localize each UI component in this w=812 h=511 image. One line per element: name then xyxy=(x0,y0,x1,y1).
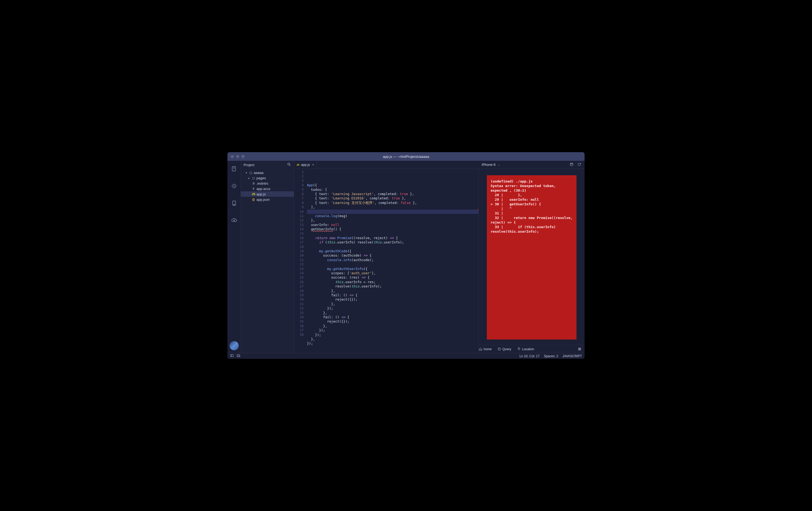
footer-label: home xyxy=(484,347,492,351)
svg-rect-9 xyxy=(580,348,581,349)
svg-rect-8 xyxy=(578,348,579,349)
svg-point-1 xyxy=(233,185,235,187)
tools-icon[interactable] xyxy=(229,198,239,208)
panel-bottom-icon[interactable] xyxy=(237,354,240,358)
file-icon: ≣ xyxy=(252,182,255,185)
svg-point-4 xyxy=(288,163,290,165)
project-explorer: Project ▾ ▢ aaaaa ▸ ▢ pages ≣ xyxy=(241,161,294,353)
tree-file-appacss[interactable]: # app.acss xyxy=(241,186,294,191)
explorer-icon[interactable] xyxy=(229,164,239,174)
tree-label: app.json xyxy=(256,198,269,202)
code-area[interactable]: App({ todos: [ { text: 'Learning Javascr… xyxy=(307,169,478,353)
line-gutter: 1234567891011121314151617181920212223242… xyxy=(294,169,307,353)
svg-rect-13 xyxy=(237,355,240,357)
svg-rect-10 xyxy=(578,349,579,350)
device-label[interactable]: iPhone 6 xyxy=(482,163,495,167)
js-file-icon: JS xyxy=(252,192,255,196)
tree-folder-pages[interactable]: ▸ ▢ pages xyxy=(241,175,294,181)
panel-left-icon[interactable] xyxy=(230,354,234,358)
file-tree: ▾ ▢ aaaaa ▸ ▢ pages ≣ .eslintrc # xyxy=(241,169,294,202)
refresh-icon[interactable] xyxy=(577,162,581,167)
activity-bar xyxy=(227,161,241,353)
svg-rect-11 xyxy=(580,349,581,350)
user-avatar[interactable] xyxy=(230,341,239,350)
error-message: (undefined) ./app.js Syntax error: Unexp… xyxy=(487,175,577,339)
minimap-error-marker xyxy=(477,209,478,212)
svg-point-3 xyxy=(234,204,234,205)
tree-label: .eslintrc xyxy=(256,181,268,185)
footer-query-button[interactable]: Query xyxy=(498,347,511,351)
tab-label: app.js xyxy=(301,163,310,167)
tree-label: app.js xyxy=(256,192,266,196)
title-bar: app.js — ~/AntProjects/aaaaa xyxy=(227,152,585,161)
js-file-icon: JS xyxy=(296,163,299,166)
tree-file-eslintrc[interactable]: ≣ .eslintrc xyxy=(241,181,294,186)
tree-folder-root[interactable]: ▾ ▢ aaaaa xyxy=(241,170,294,175)
folder-icon: ▢ xyxy=(249,171,253,175)
tree-label: app.acss xyxy=(256,187,270,191)
folder-icon: ▢ xyxy=(252,176,255,180)
svg-rect-12 xyxy=(231,355,234,357)
tree-file-appjs[interactable]: JS app.js xyxy=(241,191,294,197)
footer-home-button[interactable]: home xyxy=(479,347,492,351)
debug-icon[interactable] xyxy=(229,181,239,191)
chevron-down-icon[interactable]: ⌄ xyxy=(498,163,500,166)
svg-rect-5 xyxy=(570,163,573,166)
chevron-right-icon: ▸ xyxy=(249,177,251,180)
tree-file-appjson[interactable]: {} app.json xyxy=(241,197,294,202)
editor-body: 1234567891011121314151617181920212223242… xyxy=(294,169,585,353)
tree-label: aaaaa xyxy=(254,171,263,175)
simulator-panel: (undefined) ./app.js Syntax error: Unexp… xyxy=(478,169,585,353)
window-title: app.js — ~/AntProjects/aaaaa xyxy=(227,155,585,159)
editor-column: JS app.js × iPhone 6 ⌄ 12345678910111 xyxy=(294,161,585,353)
search-icon[interactable] xyxy=(287,162,291,167)
json-file-icon: {} xyxy=(252,198,255,201)
calendar-icon[interactable] xyxy=(570,162,574,167)
status-bar: Ln 10, Col: 17 Spaces: 2 JAVASCRIPT xyxy=(227,353,585,359)
explorer-title: Project xyxy=(243,163,254,167)
footer-location-button[interactable]: Location xyxy=(517,347,534,351)
cloud-upload-icon[interactable] xyxy=(229,215,239,225)
simulator-viewport: (undefined) ./app.js Syntax error: Unexp… xyxy=(479,169,585,345)
simulator-footer: home Query Location xyxy=(479,345,585,353)
svg-rect-0 xyxy=(232,167,235,171)
svg-point-7 xyxy=(519,348,519,349)
status-spaces[interactable]: Spaces: 2 xyxy=(544,354,558,358)
footer-label: Query xyxy=(502,347,511,351)
editor-tabs: JS app.js × iPhone 6 ⌄ xyxy=(294,161,585,169)
chevron-down-icon: ▾ xyxy=(246,171,248,174)
simulator-toolbar: iPhone 6 ⌄ xyxy=(478,161,585,169)
status-language[interactable]: JAVASCRIPT xyxy=(562,354,582,358)
explorer-header: Project xyxy=(241,161,294,169)
close-tab-icon[interactable]: × xyxy=(312,163,314,167)
svg-rect-6 xyxy=(498,348,500,350)
tree-label: pages xyxy=(256,176,266,180)
footer-grid-icon[interactable] xyxy=(578,347,581,351)
main-area: Project ▾ ▢ aaaaa ▸ ▢ pages ≣ xyxy=(227,161,585,353)
app-window: app.js — ~/AntProjects/aaaaa Project xyxy=(227,152,585,359)
status-cursor[interactable]: Ln 10, Col: 17 xyxy=(520,354,540,358)
footer-label: Location xyxy=(522,347,534,351)
tab-appjs[interactable]: JS app.js × xyxy=(294,161,317,169)
css-file-icon: # xyxy=(252,187,255,190)
